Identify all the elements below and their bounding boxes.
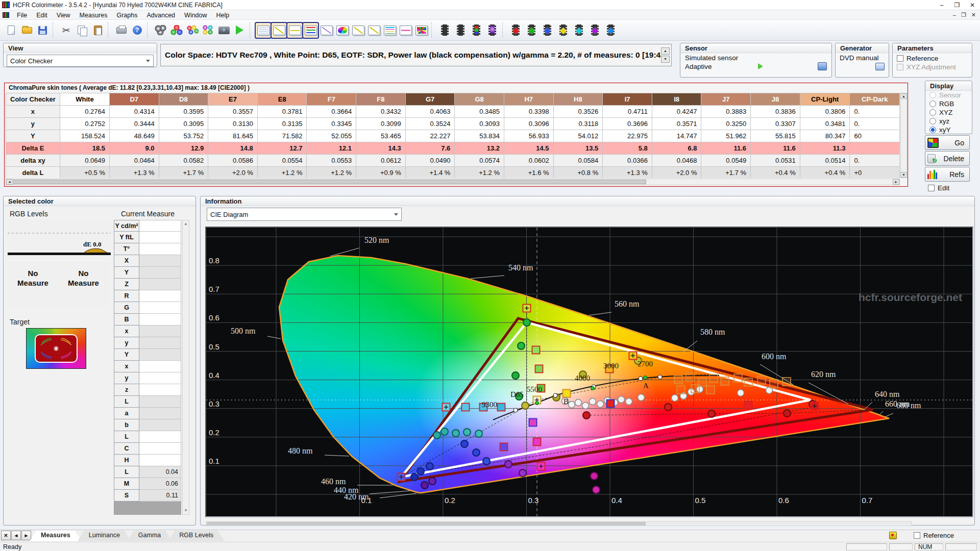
menu-edit[interactable]: Edit: [32, 11, 52, 19]
cell-g7-x[interactable]: 0.4063: [405, 106, 455, 118]
measure-row-value[interactable]: [139, 279, 181, 290]
radio-rgb[interactable]: [929, 101, 936, 107]
measure-row-value[interactable]: [139, 337, 181, 349]
cell-j8-deltae[interactable]: 11.6: [751, 142, 800, 155]
measure-primaries-button[interactable]: [168, 22, 184, 38]
cell-d7-y[interactable]: 48.649: [109, 130, 159, 142]
view-measures-grid-button[interactable]: [255, 22, 271, 38]
mdi-restore-button[interactable]: ❐: [961, 12, 966, 18]
view-luminance-button[interactable]: [271, 22, 287, 38]
pattern-yellow-button[interactable]: ◆: [555, 22, 571, 38]
cell-f7-x[interactable]: 0.3664: [307, 106, 356, 118]
cell-j8-y[interactable]: 0.3307: [751, 118, 800, 130]
cell-cp-dark-deltaxy[interactable]: 0.: [850, 155, 900, 167]
measure-all-button[interactable]: [200, 22, 216, 38]
view-nearblack-button[interactable]: [318, 22, 334, 38]
cell-g8-deltal[interactable]: +1.2 %: [455, 167, 504, 179]
cell-d8-deltae[interactable]: 12.9: [159, 142, 208, 155]
menu-view[interactable]: View: [52, 11, 75, 19]
cell-f8-deltal[interactable]: +0.9 %: [356, 167, 406, 179]
view-colortemp-button[interactable]: [382, 22, 398, 38]
sensor-config-icon[interactable]: [818, 62, 827, 70]
cell-j7-y[interactable]: 51.962: [701, 130, 751, 142]
cell-i7-x[interactable]: 0.4711: [603, 106, 652, 118]
cell-d7-x[interactable]: 0.4314: [109, 106, 159, 118]
cell-i8-y[interactable]: 0.3571: [652, 118, 701, 130]
column-header-i7[interactable]: I7: [603, 93, 652, 106]
cell-e7-deltaxy[interactable]: 0.0586: [208, 155, 258, 167]
view-selector[interactable]: Color Checker: [7, 55, 154, 67]
cell-cp-dark-y[interactable]: 0.: [850, 118, 900, 130]
cell-d8-deltal[interactable]: +1.7 %: [159, 167, 208, 179]
cell-cp-light-deltae[interactable]: 11.3: [800, 142, 850, 155]
cell-d7-deltal[interactable]: +1.3 %: [109, 167, 159, 179]
print-button[interactable]: [113, 22, 129, 38]
measure-row-value[interactable]: [139, 290, 181, 302]
measure-row-value[interactable]: [139, 314, 181, 325]
column-header-h7[interactable]: H7: [504, 93, 553, 106]
column-header-j7[interactable]: J7: [701, 93, 751, 106]
info-spin-up-button[interactable]: ▲: [661, 47, 670, 55]
menu-window[interactable]: Window: [180, 11, 211, 19]
reference-bottom-row[interactable]: Reference: [914, 532, 954, 539]
measure-row-value[interactable]: [139, 455, 181, 466]
generator-config-icon[interactable]: [875, 63, 885, 70]
pattern-gray2-button[interactable]: [453, 22, 469, 38]
cell-i7-deltaxy[interactable]: 0.0366: [603, 155, 652, 167]
edit-checkbox[interactable]: [928, 185, 935, 191]
cell-h8-x[interactable]: 0.3526: [553, 106, 603, 118]
cell-white-deltae[interactable]: 18.5: [60, 142, 109, 155]
cell-h8-deltal[interactable]: +0.8 %: [553, 167, 603, 179]
reference-checkbox-row[interactable]: Reference: [893, 53, 972, 62]
column-header-j8[interactable]: J8: [751, 93, 800, 106]
measure-row-value[interactable]: [139, 232, 181, 243]
cell-e7-y[interactable]: 81.645: [208, 130, 258, 142]
cell-g8-deltae[interactable]: 13.2: [455, 142, 504, 155]
tab-close-button[interactable]: ✕: [1, 531, 11, 540]
cell-i8-x[interactable]: 0.4247: [652, 106, 701, 118]
column-header-cp-dark[interactable]: CP-Dark: [850, 93, 900, 106]
menu-help[interactable]: Help: [212, 11, 234, 19]
cell-i7-y[interactable]: 0.3696: [603, 118, 652, 130]
cell-d8-y[interactable]: 0.3095: [159, 118, 208, 130]
cell-f7-deltae[interactable]: 12.1: [307, 142, 356, 155]
column-header-f7[interactable]: F7: [307, 93, 356, 106]
cell-e8-y[interactable]: 71.582: [257, 130, 307, 142]
cell-cp-dark-deltal[interactable]: +0: [850, 167, 900, 179]
measure-row-value[interactable]: [139, 255, 181, 267]
measure-row-value[interactable]: [139, 302, 181, 314]
cell-white-deltaxy[interactable]: 0.0649: [60, 155, 109, 167]
cell-g8-deltaxy[interactable]: 0.0574: [455, 155, 504, 167]
measure-row-value[interactable]: 0.04: [139, 466, 181, 478]
tab-gamma[interactable]: Gamma: [127, 531, 172, 541]
cell-i7-deltae[interactable]: 5.8: [603, 142, 652, 155]
column-header-h8[interactable]: H8: [553, 93, 603, 106]
measure-row-value[interactable]: [139, 243, 181, 255]
pattern-special-button[interactable]: [484, 22, 500, 38]
view-satshift-button[interactable]: [398, 22, 413, 38]
cell-e7-x[interactable]: 0.3557: [208, 106, 258, 118]
cell-j8-y[interactable]: 55.815: [751, 130, 800, 142]
radio-xyz[interactable]: [929, 118, 936, 124]
cell-h7-y[interactable]: 0.3096: [504, 118, 553, 130]
pattern-blue-button[interactable]: ◆: [540, 22, 555, 38]
column-header-cp-light[interactable]: CP-Light: [800, 93, 850, 106]
cell-j7-deltae[interactable]: 11.6: [701, 142, 751, 155]
cell-cp-light-deltaxy[interactable]: 0.0514: [800, 155, 850, 167]
bottom-scroll-thumb[interactable]: [207, 522, 646, 525]
maximize-button[interactable]: ❐: [949, 0, 965, 10]
measure-row-value[interactable]: [139, 349, 181, 361]
cell-e8-y[interactable]: 0.3135: [257, 118, 307, 130]
measure-row-value[interactable]: [139, 384, 181, 396]
go-button[interactable]: Go: [925, 135, 970, 150]
cell-g7-y[interactable]: 22.227: [405, 130, 455, 142]
cell-f8-y[interactable]: 53.465: [356, 130, 406, 142]
cell-h7-deltal[interactable]: +1.6 %: [504, 167, 553, 179]
column-header-i8[interactable]: I8: [652, 93, 701, 106]
cell-j7-x[interactable]: 0.3883: [701, 106, 751, 118]
tab-luminance[interactable]: Luminance: [78, 531, 131, 541]
mdi-close-button[interactable]: ✕: [971, 12, 976, 18]
cell-j7-y[interactable]: 0.3250: [701, 118, 751, 130]
cell-white-x[interactable]: 0.2764: [60, 106, 109, 118]
column-header-f8[interactable]: F8: [356, 93, 406, 106]
